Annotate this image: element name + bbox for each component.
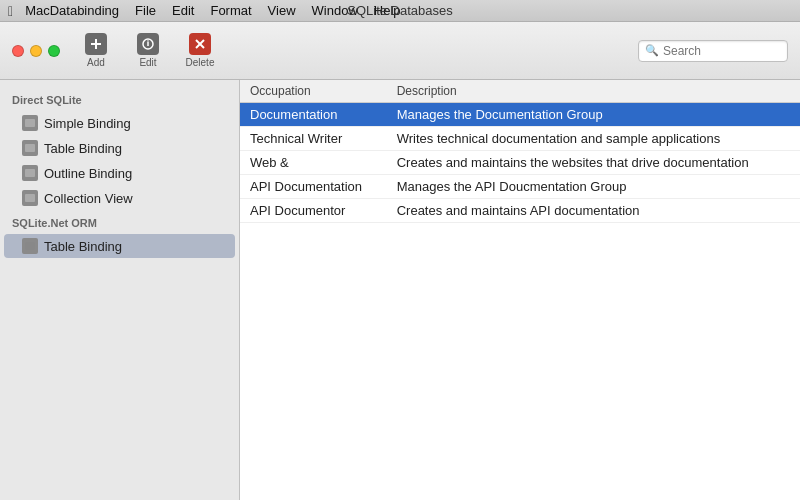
- simple-binding-icon: [22, 115, 38, 131]
- cell-occupation: API Documentation: [240, 175, 387, 199]
- cell-description: Creates and maintains the websites that …: [387, 151, 800, 175]
- cell-description: Writes technical documentation and sampl…: [387, 127, 800, 151]
- app-menu-item[interactable]: MacDatabinding: [17, 0, 127, 22]
- sidebar-section-orm: SQLite.Net ORM: [0, 211, 239, 233]
- cell-occupation: API Documentor: [240, 199, 387, 223]
- table-binding-orm-label: Table Binding: [44, 239, 122, 254]
- sidebar-section-direct-sqlite: Direct SQLite: [0, 88, 239, 110]
- search-box[interactable]: 🔍: [638, 40, 788, 62]
- column-occupation[interactable]: Occupation: [240, 80, 387, 103]
- svg-rect-11: [25, 242, 35, 250]
- cell-description: Manages the Documentation Group: [387, 103, 800, 127]
- table-row[interactable]: Web &Creates and maintains the websites …: [240, 151, 800, 175]
- cell-occupation: Web &: [240, 151, 387, 175]
- sidebar-item-table-binding-orm[interactable]: Table Binding: [4, 234, 235, 258]
- minimize-button[interactable]: [30, 45, 42, 57]
- svg-rect-8: [25, 144, 35, 152]
- delete-label: Delete: [186, 57, 215, 68]
- search-input[interactable]: [663, 44, 781, 58]
- close-button[interactable]: [12, 45, 24, 57]
- table-row[interactable]: Technical WriterWrites technical documen…: [240, 127, 800, 151]
- cell-description: Manages the API Doucmentation Group: [387, 175, 800, 199]
- sidebar: Direct SQLite Simple Binding Table Bindi…: [0, 80, 240, 500]
- svg-rect-1: [91, 43, 101, 45]
- search-icon: 🔍: [645, 44, 659, 57]
- svg-rect-7: [25, 119, 35, 127]
- outline-binding-label: Outline Binding: [44, 166, 132, 181]
- cell-occupation: Documentation: [240, 103, 387, 127]
- toolbar: Add Edit Delete 🔍: [0, 22, 800, 80]
- format-menu-item[interactable]: Format: [202, 0, 259, 22]
- svg-rect-10: [25, 194, 35, 202]
- sidebar-item-simple-binding[interactable]: Simple Binding: [4, 111, 235, 135]
- table-binding-direct-icon: [22, 140, 38, 156]
- table-row[interactable]: DocumentationManages the Documentation G…: [240, 103, 800, 127]
- view-menu-item[interactable]: View: [260, 0, 304, 22]
- table-binding-orm-icon: [22, 238, 38, 254]
- cell-description: Creates and maintains API documentation: [387, 199, 800, 223]
- edit-button[interactable]: Edit: [124, 29, 172, 73]
- sidebar-item-outline-binding[interactable]: Outline Binding: [4, 161, 235, 185]
- edit-label: Edit: [139, 57, 156, 68]
- sidebar-item-table-binding-direct[interactable]: Table Binding: [4, 136, 235, 160]
- edit-icon: [137, 33, 159, 55]
- table-row[interactable]: API DocumentorCreates and maintains API …: [240, 199, 800, 223]
- delete-icon: [189, 33, 211, 55]
- collection-view-icon: [22, 190, 38, 206]
- main-layout: Direct SQLite Simple Binding Table Bindi…: [0, 80, 800, 500]
- maximize-button[interactable]: [48, 45, 60, 57]
- cell-occupation: Technical Writer: [240, 127, 387, 151]
- window-title: SQLite Databases: [347, 3, 453, 18]
- edit-menu-item[interactable]: Edit: [164, 0, 202, 22]
- add-icon: [85, 33, 107, 55]
- column-description[interactable]: Description: [387, 80, 800, 103]
- table-row[interactable]: API DocumentationManages the API Doucmen…: [240, 175, 800, 199]
- data-table: Occupation Description DocumentationMana…: [240, 80, 800, 223]
- table-binding-direct-label: Table Binding: [44, 141, 122, 156]
- delete-button[interactable]: Delete: [176, 29, 224, 73]
- simple-binding-label: Simple Binding: [44, 116, 131, 131]
- file-menu-item[interactable]: File: [127, 0, 164, 22]
- title-bar:  MacDatabinding File Edit Format View W…: [0, 0, 800, 22]
- apple-logo-icon[interactable]: : [8, 3, 13, 19]
- add-button[interactable]: Add: [72, 29, 120, 73]
- collection-view-label: Collection View: [44, 191, 133, 206]
- add-label: Add: [87, 57, 105, 68]
- outline-binding-icon: [22, 165, 38, 181]
- traffic-lights: [12, 45, 60, 57]
- sidebar-item-collection-view[interactable]: Collection View: [4, 186, 235, 210]
- svg-rect-9: [25, 169, 35, 177]
- svg-point-4: [147, 40, 149, 42]
- content-area: Occupation Description DocumentationMana…: [240, 80, 800, 500]
